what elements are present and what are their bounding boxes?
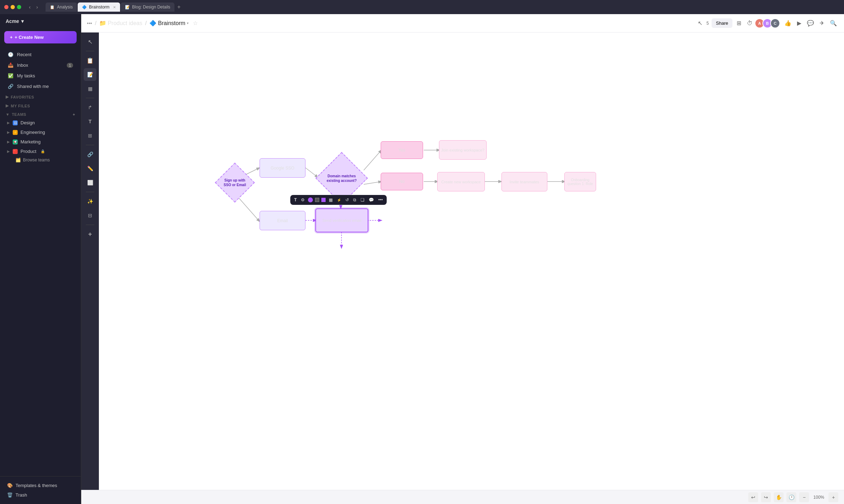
cursor-tool[interactable]: ↖ xyxy=(84,35,96,48)
send-icon[interactable]: ✈ xyxy=(818,18,826,28)
my-files-chevron-icon: ▶ xyxy=(6,103,9,108)
ai-tool[interactable]: ✨ xyxy=(84,195,96,208)
breadcrumb-current[interactable]: 🔷 Brainstorm ▾ xyxy=(149,20,188,26)
team-product-icon: 🔴 xyxy=(13,149,18,154)
add-tool[interactable]: + xyxy=(84,228,96,241)
sidebar-item-tasks[interactable]: ✅ My tasks xyxy=(2,71,79,81)
ft-text-tool[interactable]: T xyxy=(293,196,298,203)
templates-item[interactable]: 🎨 Templates & themes xyxy=(4,481,77,490)
sidebar-item-inbox[interactable]: 📥 Inbox 1 xyxy=(2,60,79,70)
blog-tab-icon: 📝 xyxy=(125,5,130,10)
breadcrumb-parent[interactable]: 📁 Product ideas xyxy=(99,20,142,26)
ft-duplicate-icon[interactable]: ⧉ xyxy=(352,196,357,203)
minimize-button[interactable] xyxy=(11,5,15,9)
ft-grid-icon[interactable]: ▦ xyxy=(328,196,334,203)
team-engineering[interactable]: ▶ ⚡ Engineering xyxy=(0,128,81,137)
team-product-chevron: ▶ xyxy=(7,149,10,153)
thumbs-up-icon[interactable]: 👍 xyxy=(783,18,793,28)
my-files-section[interactable]: ▶ MY FILES xyxy=(0,101,81,109)
favorites-section[interactable]: ▶ FAVORITES xyxy=(0,92,81,101)
node-no[interactable]: No xyxy=(381,173,423,190)
node-signup[interactable]: Sign up with SSO or Email xyxy=(215,163,254,202)
text-block-tool[interactable]: T xyxy=(84,115,96,128)
sidebar-item-shared[interactable]: 🔗 Shared with me xyxy=(2,81,79,91)
create-new-button[interactable]: + + Create New xyxy=(4,31,77,43)
close-button[interactable] xyxy=(4,5,8,9)
canvas-area: ↖ 📋 📝 ▦ ↱ T ⊞ 🔗 ✏️ ⬜ ✨ ⊟ + xyxy=(81,32,844,490)
link-tool[interactable]: 🔗 xyxy=(84,148,96,161)
team-product[interactable]: ▶ 🔴 Product 🔒 xyxy=(0,147,81,156)
tab-blog[interactable]: 📝 Blog: Design Details xyxy=(121,2,174,12)
add-team-button[interactable]: + xyxy=(73,112,75,117)
node-email[interactable]: Email xyxy=(260,211,305,230)
ft-copy-icon[interactable]: ❏ xyxy=(359,196,365,203)
ft-more-icon[interactable]: ••• xyxy=(377,196,384,203)
tab-brainstorm[interactable]: 🔷 Brainstorm ✕ xyxy=(78,2,120,12)
add-tab-button[interactable]: + xyxy=(175,4,183,10)
share-button[interactable]: Share xyxy=(712,18,732,28)
node-yes[interactable]: Yes xyxy=(381,141,423,159)
present-icon[interactable]: ▶ xyxy=(796,18,803,28)
inbox-badge: 1 xyxy=(67,63,73,68)
workspace-header[interactable]: Acme ▾ xyxy=(0,14,81,28)
browse-teams-icon: 🗂️ xyxy=(16,158,21,162)
node-invite-label: Invite teammates xyxy=(510,180,539,184)
ft-lightning-icon[interactable]: ⚡ xyxy=(336,197,342,203)
ft-rotate-icon[interactable]: ↺ xyxy=(344,196,350,203)
brainstorm-tab-label: Brainstorm xyxy=(89,5,109,10)
team-marketing[interactable]: ▶ 📢 Marketing xyxy=(0,137,81,147)
node-invite[interactable]: Invite teammates xyxy=(501,172,547,191)
node-onboarding[interactable]: Onboarding question 1: Role xyxy=(564,172,596,191)
history-button[interactable]: 🕐 xyxy=(786,492,796,502)
arrow-tool[interactable]: ↱ xyxy=(84,101,96,114)
participant-count: 5 xyxy=(707,21,709,26)
comment-icon[interactable]: 💬 xyxy=(806,18,815,28)
ft-color-circle[interactable] xyxy=(308,197,313,202)
recent-label: Recent xyxy=(17,52,31,57)
text-tool[interactable]: 📝 xyxy=(84,68,96,81)
layout-tool[interactable]: ⊟ xyxy=(84,209,96,222)
grid-tool[interactable]: ⊞ xyxy=(84,129,96,142)
star-button[interactable]: ☆ xyxy=(193,20,198,26)
table-icon[interactable]: ⊞ xyxy=(735,18,743,28)
node-send-verification[interactable]: Send verification email xyxy=(315,208,368,232)
back-button[interactable]: ‹ xyxy=(27,4,33,11)
timer-icon[interactable]: ⏱ xyxy=(745,19,754,28)
team-design-icon: 🖼 xyxy=(13,120,18,125)
ft-settings-icon[interactable]: ⚙ xyxy=(300,196,306,203)
more-options-icon[interactable]: ••• xyxy=(87,20,92,26)
teams-section[interactable]: ▼ TEAMS + xyxy=(0,109,81,118)
trash-item[interactable]: 🗑️ Trash xyxy=(4,490,77,500)
zoom-in-button[interactable]: + xyxy=(828,492,838,502)
undo-button[interactable]: ↩ xyxy=(748,492,758,502)
maximize-button[interactable] xyxy=(17,5,21,9)
redo-button[interactable]: ↪ xyxy=(761,492,771,502)
shapes-tool[interactable]: ▦ xyxy=(84,82,96,95)
tab-analysis[interactable]: 📋 Analysis xyxy=(46,2,77,12)
search-icon[interactable]: 🔍 xyxy=(828,18,838,28)
ft-comment-icon[interactable]: 💬 xyxy=(368,196,375,203)
sticky-tool[interactable]: 📋 xyxy=(84,54,96,67)
node-create-workspace[interactable]: Create new workspace xyxy=(437,172,485,191)
toolbar-right: ↖ 5 Share ⊞ ⏱ A B C 👍 ▶ 💬 ✈ 🔍 xyxy=(696,18,838,28)
ft-filled-square[interactable] xyxy=(321,198,326,202)
sidebar-item-recent[interactable]: 🕐 Recent xyxy=(2,49,79,60)
team-design[interactable]: ▶ 🖼 Design xyxy=(0,118,81,128)
pan-button[interactable]: ✋ xyxy=(774,492,784,502)
favorites-chevron-icon: ▶ xyxy=(6,95,9,99)
team-product-label: Product xyxy=(20,149,36,154)
brainstorm-tab-close[interactable]: ✕ xyxy=(113,5,116,9)
trash-icon: 🗑️ xyxy=(7,492,13,498)
tabs-bar: 📋 Analysis 🔷 Brainstorm ✕ 📝 Blog: Design… xyxy=(46,2,840,12)
node-google-sso[interactable]: Google SSO xyxy=(260,158,305,178)
zoom-out-button[interactable]: − xyxy=(799,492,809,502)
frame-tool[interactable]: ⬜ xyxy=(84,176,96,189)
diagram-canvas[interactable]: Sign up with SSO or Email Google SSO Dom… xyxy=(99,32,844,490)
ft-fill-square[interactable] xyxy=(315,198,319,202)
browse-teams-item[interactable]: 🗂️ Browse teams xyxy=(0,156,81,164)
forward-button[interactable]: › xyxy=(34,4,40,11)
node-join-workspace[interactable]: Join existing workspace? xyxy=(439,140,487,160)
pen-tool[interactable]: ✏️ xyxy=(84,162,96,175)
zoom-level: 100% xyxy=(812,495,826,500)
breadcrumb-parent-label: Product ideas xyxy=(108,20,142,26)
